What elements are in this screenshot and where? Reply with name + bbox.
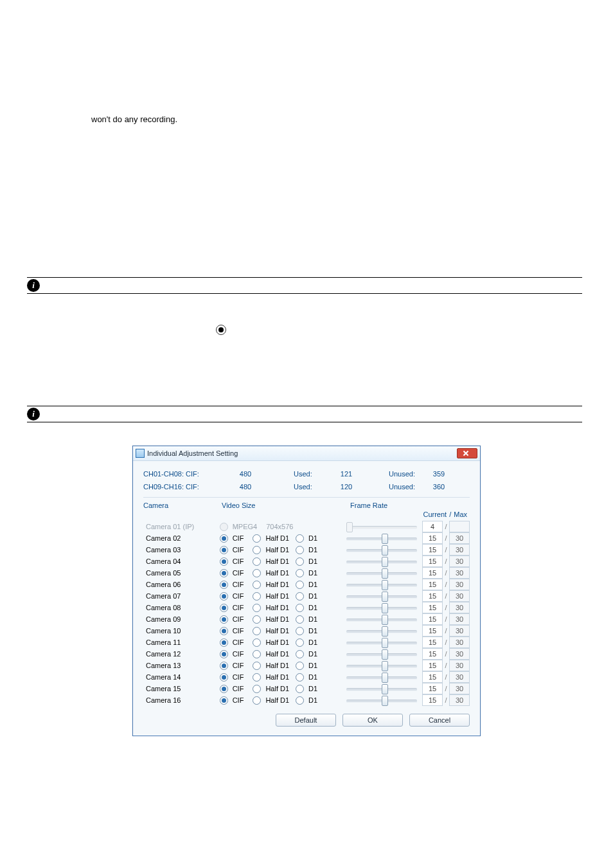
radio-half-d1[interactable] [253,662,261,670]
radio-cif[interactable] [220,581,228,589]
slash-icon: / [443,673,449,681]
sub-headers: Current / Max [143,511,470,518]
radio-d1[interactable] [296,627,304,635]
frame-rate-slider[interactable] [346,557,417,566]
radio-d1-label: D1 [308,581,317,588]
frame-rate-max: 30 [449,694,470,706]
summary-used-label: Used: [294,470,332,478]
radio-cif[interactable] [220,604,228,612]
radio-cif[interactable] [220,627,228,635]
radio-half-d1[interactable] [253,557,261,566]
radio-cif-label: CIF [233,534,244,542]
radio-cif[interactable] [220,638,228,647]
radio-half-d1-label: Half D1 [265,685,289,692]
radio-half-d1[interactable] [253,696,261,705]
camera-row: Camera 05CIFHalf D1D115/30 [143,567,470,579]
radio-d1[interactable] [296,569,304,577]
radio-half-d1[interactable] [253,546,261,554]
radio-half-d1[interactable] [253,685,261,693]
radio-half-d1[interactable] [253,604,261,612]
ip-codec-label: MPEG4 [233,523,258,530]
frame-rate-slider[interactable] [346,673,417,682]
frame-rate-max: 30 [449,625,470,637]
radio-d1[interactable] [296,638,304,647]
radio-half-d1[interactable] [253,592,261,601]
summary-total: 480 [220,469,271,479]
camera-name: Camera 15 [143,685,220,692]
radio-cif[interactable] [220,650,228,658]
radio-half-d1[interactable] [253,615,261,624]
radio-d1[interactable] [296,604,304,612]
radio-d1[interactable] [296,581,304,589]
frame-rate-slider[interactable] [346,638,417,647]
frame-rate-slider[interactable] [346,592,417,601]
frame-rate-slider[interactable] [346,626,417,635]
radio-d1[interactable] [296,546,304,554]
info-bar-1: i [27,277,582,294]
radio-cif-label: CIF [233,650,244,658]
frame-rate-current: 15 [422,625,443,637]
radio-half-d1-label: Half D1 [265,638,289,646]
titlebar[interactable]: Individual Adjustment Setting [133,446,480,461]
frame-rate-slider[interactable] [346,684,417,693]
header-max: Max [454,511,467,518]
radio-d1[interactable] [296,534,304,543]
radio-cif[interactable] [220,557,228,566]
radio-ip [220,523,228,531]
radio-cif-label: CIF [233,662,244,669]
close-button[interactable] [457,448,477,458]
slash-icon: / [443,615,449,623]
radio-cif[interactable] [220,546,228,554]
frame-rate-slider[interactable] [346,661,417,670]
radio-d1-label: D1 [308,534,317,542]
frame-rate-slider[interactable] [346,603,417,612]
ok-button[interactable]: OK [342,714,403,727]
camera-row: Camera 16CIFHalf D1D115/30 [143,694,470,706]
frame-rate-slider[interactable] [346,545,417,554]
radio-cif[interactable] [220,569,228,577]
radio-cif-label: CIF [233,638,244,646]
radio-cif[interactable] [220,534,228,543]
frame-rate-slider[interactable] [346,580,417,589]
radio-cif[interactable] [220,615,228,624]
radio-d1[interactable] [296,685,304,693]
radio-cif[interactable] [220,673,228,682]
frame-rate-slider[interactable] [346,696,417,705]
frame-rate-slider[interactable] [346,615,417,624]
frame-rate-slider[interactable] [346,568,417,577]
radio-half-d1[interactable] [253,569,261,577]
frame-rate-current: 15 [422,579,443,590]
slash-icon: / [443,592,449,600]
cancel-button[interactable]: Cancel [409,714,470,727]
radio-d1[interactable] [296,592,304,601]
radio-cif[interactable] [220,696,228,705]
radio-d1[interactable] [296,557,304,566]
radio-half-d1-label: Half D1 [265,627,289,635]
radio-cif[interactable] [220,592,228,601]
radio-half-d1[interactable] [253,673,261,682]
radio-half-d1[interactable] [253,627,261,635]
camera-row: Camera 01 (IP)MPEG4704x5764/ [143,521,470,532]
frame-rate-max: 30 [449,544,470,556]
camera-name: Camera 08 [143,604,220,611]
radio-cif[interactable] [220,662,228,670]
frame-rate-max: 30 [449,579,470,590]
radio-d1[interactable] [296,662,304,670]
radio-half-d1[interactable] [253,534,261,543]
radio-d1-label: D1 [308,650,317,658]
radio-half-d1[interactable] [253,650,261,658]
radio-d1[interactable] [296,650,304,658]
radio-d1[interactable] [296,615,304,624]
default-button[interactable]: Default [276,714,336,727]
radio-cif-label: CIF [233,673,244,681]
radio-d1[interactable] [296,673,304,682]
frame-rate-slider[interactable] [346,534,417,543]
frame-rate-current: 15 [422,613,443,625]
radio-cif[interactable] [220,685,228,693]
slash-icon: / [443,604,449,611]
radio-half-d1[interactable] [253,638,261,647]
frame-rate-slider[interactable] [346,649,417,658]
camera-row: Camera 09CIFHalf D1D115/30 [143,613,470,625]
radio-d1[interactable] [296,696,304,705]
radio-half-d1[interactable] [253,581,261,589]
